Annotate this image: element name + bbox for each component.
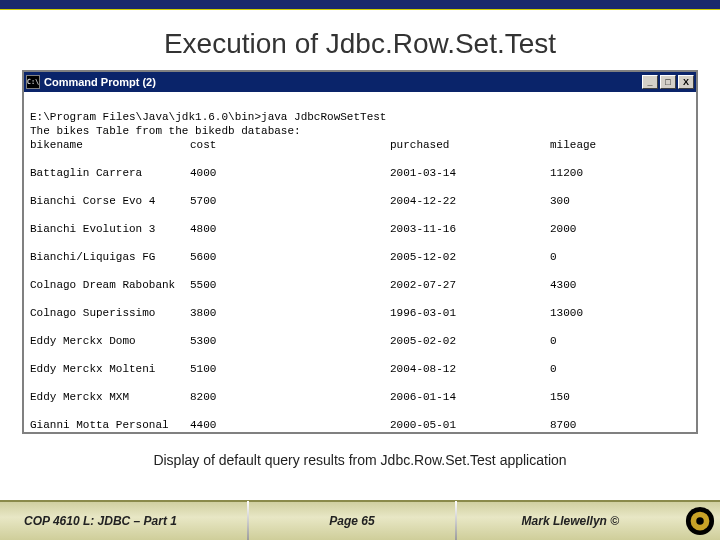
table-row: Bianchi Evolution 348002003-11-162000: [30, 222, 690, 236]
table-row: Eddy Merckx Molteni51002004-08-120: [30, 362, 690, 376]
table-row: Gianni Motta Personal44002000-05-018700: [30, 418, 690, 432]
footer-divider: [455, 501, 457, 540]
terminal-heading: The bikes Table from the bikedb database…: [30, 125, 301, 137]
table-row: Eddy Merckx MXM82002006-01-14150: [30, 390, 690, 404]
command-prompt-window: C:\ Command Prompt (2) _ □ X E:\Program …: [22, 70, 698, 434]
footer-left: COP 4610 L: JDBC – Part 1: [0, 514, 243, 528]
window-titlebar: C:\ Command Prompt (2) _ □ X: [24, 72, 696, 92]
cmd-icon: C:\: [26, 75, 40, 89]
table-row: Bianchi/Liquigas FG56002005-12-020: [30, 250, 690, 264]
terminal-cmdline: E:\Program Files\Java\jdk1.6.0\bin>java …: [30, 111, 386, 123]
table-row: Eddy Merckx Domo53002005-02-020: [30, 334, 690, 348]
slide-caption: Display of default query results from Jd…: [0, 452, 720, 468]
table-row: Colnago Dream Rabobank55002002-07-274300: [30, 278, 690, 292]
table-row: Colnago Superissimo38001996-03-0113000: [30, 306, 690, 320]
close-button[interactable]: X: [678, 75, 694, 89]
footer-author: Mark Llewellyn ©: [461, 514, 680, 528]
footer-divider: [247, 501, 249, 540]
terminal-output: E:\Program Files\Java\jdk1.6.0\bin>java …: [24, 92, 696, 432]
window-title: Command Prompt (2): [44, 76, 156, 88]
maximize-button[interactable]: □: [660, 75, 676, 89]
ucf-logo-icon: [680, 506, 720, 536]
svg-point-2: [696, 517, 704, 525]
slide-footer: COP 4610 L: JDBC – Part 1 Page 65 Mark L…: [0, 500, 720, 540]
table-header: bikenamecostpurchasedmileage: [30, 138, 690, 152]
table-row: Bianchi Corse Evo 457002004-12-22300: [30, 194, 690, 208]
table-row: Battaglin Carrera40002001-03-1411200: [30, 166, 690, 180]
slide-top-border: [0, 0, 720, 10]
footer-page: Page 65: [253, 514, 450, 528]
minimize-button[interactable]: _: [642, 75, 658, 89]
slide-title: Execution of Jdbc.Row.Set.Test: [0, 10, 720, 70]
